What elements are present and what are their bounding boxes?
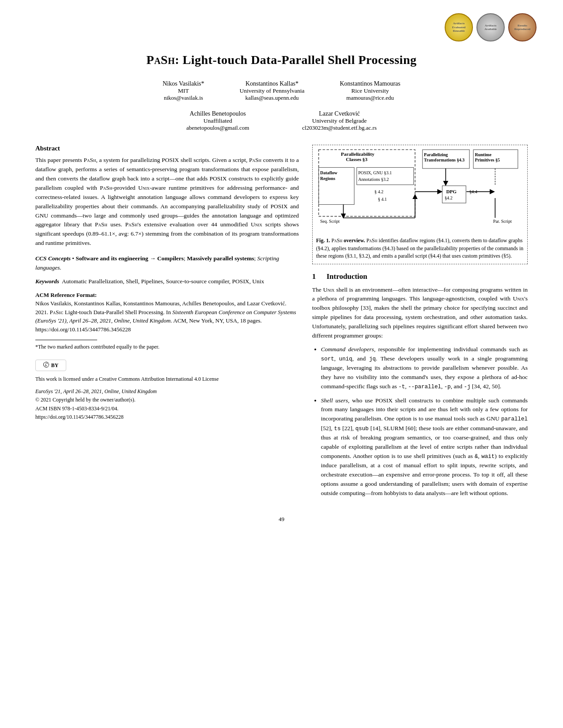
author-vasilakis-affil: MIT [178, 87, 189, 94]
figure-svg: Parallelizability Classes §3 Dataflow Re… [316, 149, 524, 233]
eurosys-line1: EuroSys '21, April 26–28, 2021, Online, … [35, 387, 299, 396]
eurosys-line3: ACM ISBN 978-1-4503-8334-9/21/04. [35, 405, 299, 413]
eurosys-line3-text: ACM ISBN 978-1-4503-8334-9/21/04. [35, 405, 118, 412]
title-pash: PaSh [147, 53, 175, 67]
figure-1: Parallelizability Classes §3 Dataflow Re… [312, 145, 528, 264]
author-benetopoulos-email: abenetopoulos@gmail.com [186, 124, 249, 131]
author-mamouras-affil: Rice University [351, 87, 389, 94]
svg-text:Seq. Script: Seq. Script [320, 219, 340, 224]
fig-title-pash: PaSh [331, 237, 342, 244]
svg-text:§ 4.1: § 4.1 [378, 197, 387, 202]
page: ArtifactsEvaluatedReusable ArtifactsAvai… [0, 0, 563, 728]
author-kallas-email: kallas@seas.upenn.edu [245, 94, 299, 101]
svg-text:§4.2: §4.2 [445, 195, 453, 200]
svg-text:Regions: Regions [320, 176, 335, 181]
paper-title: PaSh: Light-touch Data-Parallel Shell Pr… [35, 53, 528, 67]
svg-text:Par. Script: Par. Script [493, 219, 512, 224]
svg-text:POSIX, GNU §3.1: POSIX, GNU §3.1 [358, 170, 392, 175]
intro-heading: 1 Introduction [312, 272, 528, 281]
main-two-col: Abstract This paper presents PaSh, a sys… [35, 145, 528, 503]
author-mamouras: Konstantinos Mamouras Rice University ma… [340, 80, 400, 101]
svg-text:§ 4.2: § 4.2 [374, 189, 383, 194]
svg-text:Parallelizing: Parallelizing [424, 152, 448, 157]
cc-block: 🄫 BY [35, 360, 299, 371]
author-kallas-affil: University of Pennsylvania [240, 87, 305, 94]
acm-reference: ACM Reference Format: Nikos Vasilakis, K… [35, 291, 299, 334]
ccs-line: CCS Concepts • Software and its engineer… [35, 254, 299, 273]
left-column: Abstract This paper presents PaSh, a sys… [35, 145, 299, 503]
abstract-text: This paper presents PaSh, a system for p… [35, 156, 299, 248]
fig-title: overview. [342, 237, 366, 244]
author-benetopoulos-name: Achilles Benetopoulos [190, 110, 246, 117]
eurosys-block: EuroSys '21, April 26–28, 2021, Online, … [35, 387, 299, 421]
abstract-heading: Abstract [35, 145, 299, 152]
svg-text:DPG: DPG [446, 189, 457, 194]
badges-container: ArtifactsEvaluatedReusable ArtifactsAvai… [445, 13, 537, 41]
author-vasilakis-name: Nikos Vasilakis* [162, 80, 204, 87]
authors-row-2: Achilles Benetopoulos Unaffiliated abene… [35, 110, 528, 131]
intro-title: Introduction [327, 272, 367, 281]
cc-license-text: This work is licensed under a Creative C… [35, 375, 299, 383]
intro-para-1: The Unix shell is an environment—often i… [312, 285, 528, 341]
author-benetopoulos: Achilles Benetopoulos Unaffiliated abene… [186, 110, 249, 131]
bullet-command-devs: Command developers, responsible for impl… [321, 345, 528, 392]
author-vasilakis-email: nikos@vasilak.is [164, 94, 203, 101]
eurosys-line2-text: © 2021 Copyright held by the owner/autho… [35, 397, 136, 403]
author-mamouras-email: mamouras@rice.edu [346, 94, 394, 101]
author-kallas: Konstantinos Kallas* University of Penns… [240, 80, 305, 101]
svg-text:Classes §3: Classes §3 [346, 157, 367, 162]
by-symbol: BY [51, 362, 59, 369]
author-cvetkovic: Lazar Cvetković University of Belgrade c… [302, 110, 377, 131]
svg-text:Primitives §5: Primitives §5 [475, 158, 500, 162]
author-kallas-name: Konstantinos Kallas* [246, 80, 299, 87]
author-cvetkovic-email: cl203023m@student.etf.bg.ac.rs [302, 124, 377, 131]
title-rest: : Light-touch Data-Parallel Shell Proces… [175, 53, 416, 67]
author-cvetkovic-name: Lazar Cvetković [319, 110, 360, 117]
footnote-text: *The two marked authors contributed equa… [35, 343, 299, 351]
author-cvetkovic-affil: University of Belgrade [312, 117, 367, 124]
author-vasilakis: Nikos Vasilakis* MIT nikos@vasilak.is [162, 80, 204, 101]
fig-label: Fig. 1. [316, 237, 332, 244]
svg-text:Parallelizability: Parallelizability [341, 151, 374, 157]
svg-text:Dataflow: Dataflow [320, 170, 338, 175]
svg-text:Transformations §4.3: Transformations §4.3 [424, 158, 465, 162]
eurosys-line2: © 2021 Copyright held by the owner/autho… [35, 396, 299, 404]
badge-reproduced: ResultsReproduced [508, 13, 537, 41]
figure-caption: Fig. 1. PaSh overview. PaSh identifies d… [316, 237, 524, 260]
author-mamouras-name: Konstantinos Mamouras [340, 80, 400, 87]
bullet-shell-users: Shell users, who use POSIX shell constru… [321, 396, 528, 499]
svg-text:Annotations §3.2: Annotations §3.2 [358, 177, 389, 182]
right-column: Parallelizability Classes §3 Dataflow Re… [312, 145, 528, 503]
intro-num: 1 [312, 272, 316, 281]
keywords-line: Keywords Automatic Parallelization, Shel… [35, 277, 299, 286]
badge-available: ArtifactsAvailable [476, 13, 505, 41]
author-benetopoulos-affil: Unaffiliated [204, 117, 232, 124]
svg-text:Runtime: Runtime [475, 152, 491, 157]
page-number: 49 [35, 516, 528, 523]
badge-reusable: ArtifactsEvaluatedReusable [445, 13, 473, 41]
eurosys-line4: https://doi.org/10.1145/3447786.3456228 [35, 413, 299, 421]
footnote-divider [35, 340, 97, 340]
authors-row-1: Nikos Vasilakis* MIT nikos@vasilak.is Ko… [35, 80, 528, 101]
cc-icon: 🄫 BY [35, 360, 66, 371]
cc-symbol: 🄫 [43, 362, 49, 369]
intro-bullets: Command developers, responsible for impl… [321, 345, 528, 498]
